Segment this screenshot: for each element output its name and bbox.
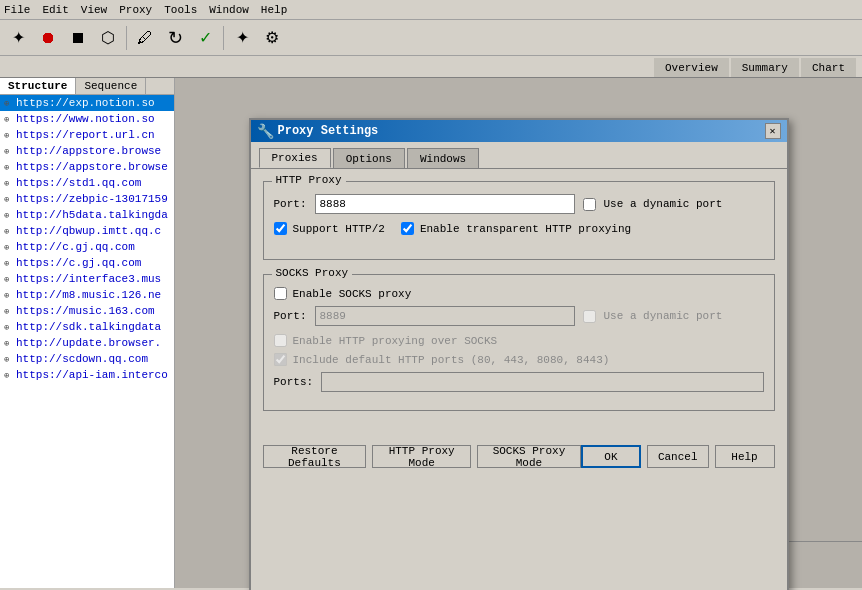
clear-button[interactable]: ⬡ [94,24,122,52]
sidebar-item-6[interactable]: ⊕ https://zebpic-13017159 [0,191,174,207]
dialog-tab-options[interactable]: Options [333,148,405,168]
dialog-close-button[interactable]: ✕ [765,123,781,139]
sidebar-item-17[interactable]: ⊕ https://api-iam.interco [0,367,174,383]
sidebar-item-1[interactable]: ⊕ https://www.notion.so [0,111,174,127]
expand-icon-11: ⊕ [4,274,14,285]
http-port-label: Port: [274,198,307,210]
menu-file[interactable]: File [4,4,30,16]
footer-left-buttons: Restore Defaults HTTP Proxy Mode SOCKS P… [263,445,581,468]
gear-button[interactable]: ⚙ [258,24,286,52]
menu-window[interactable]: Window [209,4,249,16]
refresh-button[interactable]: ↻ [161,24,189,52]
sidebar-item-15[interactable]: ⊕ http://update.browser. [0,335,174,351]
expand-icon-8: ⊕ [4,226,14,237]
expand-icon-5: ⊕ [4,178,14,189]
socks-port-input[interactable] [315,306,575,326]
sidebar-item-14[interactable]: ⊕ http://sdk.talkingdata [0,319,174,335]
main-tab-bar: Overview Summary Chart [0,56,862,78]
toolbar-separator-2 [223,26,224,50]
sidebar: Structure Sequence ⊕ https://exp.notion.… [0,78,175,588]
ok-button[interactable]: OK [581,445,641,468]
http-options-row: Support HTTP/2 Enable transparent HTTP p… [274,222,764,241]
sidebar-item-8[interactable]: ⊕ http://qbwup.imtt.qq.c [0,223,174,239]
check-button[interactable]: ✓ [191,24,219,52]
sidebar-tabs: Structure Sequence [0,78,174,95]
dialog-footer: Restore Defaults HTTP Proxy Mode SOCKS P… [251,437,787,476]
sidebar-item-4[interactable]: ⊕ https://appstore.browse [0,159,174,175]
http-proxy-group: HTTP Proxy Port: Use a dynamic port Supp… [263,181,775,260]
cancel-button[interactable]: Cancel [647,445,709,468]
sidebar-item-3[interactable]: ⊕ http://appstore.browse [0,143,174,159]
menu-bar: File Edit View Proxy Tools Window Help [0,0,862,20]
tab-summary[interactable]: Summary [731,58,799,77]
expand-icon-15: ⊕ [4,338,14,349]
enable-transparent-row: Enable transparent HTTP proxying [401,222,631,235]
expand-icon-4: ⊕ [4,162,14,173]
tab-overview[interactable]: Overview [654,58,729,77]
socks-port-label: Port: [274,310,307,322]
socks-ports-row: Ports: [274,372,764,392]
socks-proxy-mode-button[interactable]: SOCKS Proxy Mode [477,445,581,468]
support-http2-row: Support HTTP/2 [274,222,385,235]
menu-proxy[interactable]: Proxy [119,4,152,16]
toolbar: ✦ ⏺ ⏹ ⬡ 🖊 ↻ ✓ ✦ ⚙ [0,20,862,56]
new-button[interactable]: ✦ [4,24,32,52]
sidebar-item-13[interactable]: ⊕ https://music.163.com [0,303,174,319]
sidebar-item-10[interactable]: ⊕ https://c.gj.qq.com [0,255,174,271]
expand-icon-13: ⊕ [4,306,14,317]
http-dynamic-port-checkbox[interactable] [583,198,596,211]
menu-help[interactable]: Help [261,4,287,16]
dialog-tab-proxies[interactable]: Proxies [259,148,331,168]
expand-icon-12: ⊕ [4,290,14,301]
tab-chart[interactable]: Chart [801,58,856,77]
sidebar-item-11[interactable]: ⊕ https://interface3.mus [0,271,174,287]
menu-edit[interactable]: Edit [42,4,68,16]
include-default-ports-row: Include default HTTP ports (80, 443, 808… [274,353,764,366]
http-proxy-mode-button[interactable]: HTTP Proxy Mode [372,445,471,468]
socks-port-row: Port: Use a dynamic port [274,306,764,326]
http-port-row: Port: Use a dynamic port [274,194,764,214]
menu-view[interactable]: View [81,4,107,16]
expand-icon-9: ⊕ [4,242,14,253]
sidebar-item-9[interactable]: ⊕ http://c.gj.qq.com [0,239,174,255]
help-button[interactable]: Help [715,445,775,468]
expand-icon-0: ⊕ [4,98,14,109]
socks-dynamic-port-checkbox[interactable] [583,310,596,323]
sidebar-item-5[interactable]: ⊕ https://std1.qq.com [0,175,174,191]
http-over-socks-checkbox[interactable] [274,334,287,347]
support-http2-checkbox[interactable] [274,222,287,235]
include-default-ports-checkbox[interactable] [274,353,287,366]
enable-socks-checkbox[interactable] [274,287,287,300]
restore-defaults-button[interactable]: Restore Defaults [263,445,367,468]
expand-icon-14: ⊕ [4,322,14,333]
sidebar-tab-sequence[interactable]: Sequence [76,78,146,94]
expand-icon-3: ⊕ [4,146,14,157]
expand-icon-7: ⊕ [4,210,14,221]
dialog-body: HTTP Proxy Port: Use a dynamic port Supp… [251,169,787,437]
dialog-tab-windows[interactable]: Windows [407,148,479,168]
decode-button[interactable]: 🖊 [131,24,159,52]
sidebar-item-2[interactable]: ⊕ https://report.url.cn [0,127,174,143]
sidebar-tab-structure[interactable]: Structure [0,78,76,94]
enable-transparent-checkbox[interactable] [401,222,414,235]
socks-ports-input[interactable] [321,372,763,392]
dialog-title: Proxy Settings [278,124,379,138]
menu-tools[interactable]: Tools [164,4,197,16]
settings-button[interactable]: ✦ [228,24,256,52]
http-port-input[interactable] [315,194,575,214]
enable-socks-row: Enable SOCKS proxy [274,287,764,300]
dialog-titlebar: 🔧 Proxy Settings ✕ [251,120,787,142]
sidebar-item-12[interactable]: ⊕ http://m8.music.126.ne [0,287,174,303]
sidebar-item-16[interactable]: ⊕ http://scdown.qq.com [0,351,174,367]
record-button[interactable]: ⏺ [34,24,62,52]
http-over-socks-label: Enable HTTP proxying over SOCKS [293,335,498,347]
sidebar-item-0[interactable]: ⊕ https://exp.notion.so [0,95,174,111]
enable-socks-label: Enable SOCKS proxy [293,288,412,300]
expand-icon-6: ⊕ [4,194,14,205]
stop-button[interactable]: ⏹ [64,24,92,52]
support-http2-label: Support HTTP/2 [293,223,385,235]
http-over-socks-row: Enable HTTP proxying over SOCKS [274,334,764,347]
http-proxy-group-label: HTTP Proxy [272,174,346,186]
expand-icon-10: ⊕ [4,258,14,269]
sidebar-item-7[interactable]: ⊕ http://h5data.talkingda [0,207,174,223]
